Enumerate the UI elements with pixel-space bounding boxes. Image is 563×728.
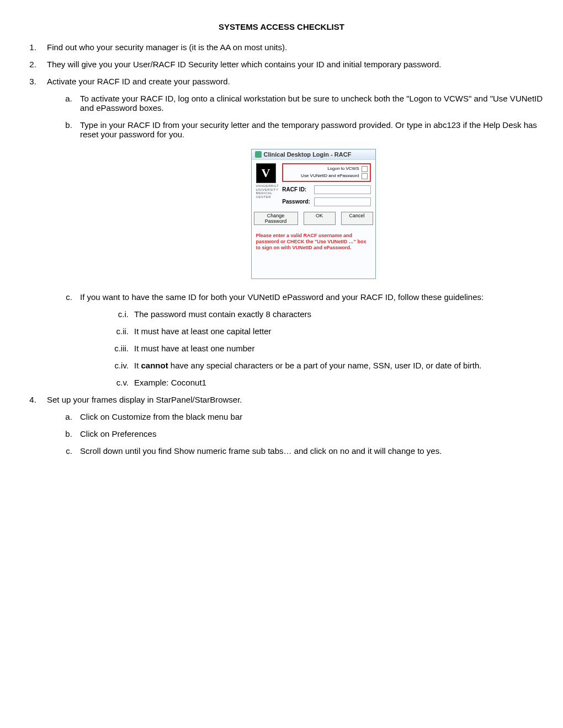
- step-3-text: Activate your RACF ID and create your pa…: [47, 77, 230, 86]
- dialog-button-row: Change Password OK Cancel: [256, 212, 371, 225]
- login-dialog-figure: Clinical Desktop Login - RACF V VANDERBI…: [80, 149, 546, 279]
- dialog-body: V VANDERBILT UNIVERSITY MEDICAL CENTER: [252, 160, 375, 279]
- page-title: SYSTEMS ACCESS CHECKLIST: [17, 22, 546, 31]
- logo-caption: VANDERBILT UNIVERSITY MEDICAL CENTER: [256, 184, 279, 199]
- step-4: Set up your frames display in StarPanel/…: [39, 395, 546, 456]
- logo-line4: CENTER: [256, 195, 272, 199]
- vanderbilt-logo: V: [256, 163, 276, 183]
- guideline-4-label: c.iv.: [102, 361, 134, 370]
- step-3-sublist: To activate your RACF ID, log onto a cli…: [47, 94, 546, 387]
- g4-bold: cannot: [141, 361, 168, 370]
- guidelines-list: c.i. The password must contain exactly 8…: [80, 309, 546, 387]
- step-4b: Click on Preferences: [75, 429, 546, 438]
- logo-line2: UNIVERSITY: [256, 188, 279, 191]
- dialog-titlebar: Clinical Desktop Login - RACF: [252, 149, 375, 160]
- step-3c-text: If you want to have the same ID for both…: [80, 292, 484, 302]
- guideline-1: c.i. The password must contain exactly 8…: [102, 309, 546, 319]
- logon-vcws-checkbox[interactable]: [362, 166, 368, 172]
- g4-post: have any special characters or be a part…: [168, 361, 482, 370]
- g4-pre: It: [134, 361, 141, 370]
- login-dialog: Clinical Desktop Login - RACF V VANDERBI…: [251, 149, 376, 279]
- guideline-3-text: It must have at least one number: [134, 344, 254, 353]
- guideline-4-text: It cannot have any special characters or…: [134, 361, 481, 370]
- step-4a: Click on Customize from the black menu b…: [75, 412, 546, 421]
- guideline-3-label: c.iii.: [102, 344, 134, 353]
- step-4c: Scroll down until you find Show numeric …: [75, 446, 546, 456]
- guideline-1-label: c.i.: [102, 309, 134, 319]
- step-3b: Type in your RACF ID from your security …: [75, 120, 546, 279]
- cancel-button[interactable]: Cancel: [341, 212, 373, 225]
- step-3a: To activate your RACF ID, log onto a cli…: [75, 94, 546, 113]
- guideline-2: c.ii. It must have at least one capital …: [102, 326, 546, 336]
- guideline-2-label: c.ii.: [102, 326, 134, 336]
- guideline-5-label: c.v.: [102, 378, 134, 387]
- logo-column: V VANDERBILT UNIVERSITY MEDICAL CENTER: [256, 163, 279, 206]
- logo-line3: MEDICAL: [256, 191, 273, 195]
- logon-vcws-label: Logon to VCWS: [327, 165, 359, 173]
- step-2: They will give you your User/RACF ID Sec…: [39, 60, 546, 69]
- step-3: Activate your RACF ID and create your pa…: [39, 77, 546, 387]
- main-list: Find out who your security manager is (i…: [17, 42, 546, 456]
- guideline-5: c.v. Example: Coconut1: [102, 378, 546, 387]
- use-vunetid-checkbox[interactable]: [362, 173, 368, 179]
- password-label: Password:: [282, 199, 311, 205]
- racf-id-label: RACF ID:: [282, 186, 311, 192]
- logo-line1: VANDERBILT: [256, 184, 279, 188]
- ok-button[interactable]: OK: [304, 212, 336, 225]
- highlighted-checkbox-area: Logon to VCWS Use VUNetID and ePassword: [282, 163, 370, 182]
- guideline-1-text: The password must contain exactly 8 char…: [134, 309, 311, 319]
- guideline-2-text: It must have at least one capital letter: [134, 326, 271, 336]
- change-password-button[interactable]: Change Password: [254, 212, 298, 225]
- app-icon: [255, 151, 262, 158]
- step-1: Find out who your security manager is (i…: [39, 42, 546, 52]
- guideline-5-text: Example: Coconut1: [134, 378, 206, 387]
- step-4-text: Set up your frames display in StarPanel/…: [47, 395, 242, 404]
- step-3c: If you want to have the same ID for both…: [75, 292, 546, 387]
- dialog-title: Clinical Desktop Login - RACF: [264, 151, 352, 158]
- password-input[interactable]: [314, 197, 370, 206]
- dialog-warning-text: Please enter a valid RACF username and p…: [256, 233, 371, 251]
- step-3b-text: Type in your RACF ID from your security …: [80, 120, 537, 139]
- racf-id-input[interactable]: [314, 185, 370, 194]
- step-4-sublist: Click on Customize from the black menu b…: [47, 412, 546, 456]
- guideline-3: c.iii. It must have at least one number: [102, 344, 546, 353]
- use-vunetid-label: Use VUNetID and ePassword: [301, 173, 359, 180]
- guideline-4: c.iv. It cannot have any special charact…: [102, 361, 546, 370]
- dialog-footer-space: [256, 251, 371, 273]
